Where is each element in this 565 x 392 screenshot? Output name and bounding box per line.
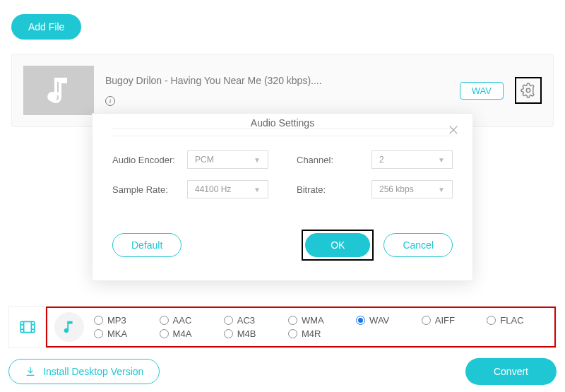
modal-title: Audio Settings: [112, 107, 453, 136]
format-option-mka[interactable]: MKA: [94, 328, 151, 339]
file-title: Bugoy Drilon - Having You Near Me (320 k…: [105, 75, 448, 86]
svg-rect-1: [20, 321, 35, 332]
video-tab[interactable]: [9, 307, 46, 348]
samplerate-label: Sample Rate:: [112, 184, 177, 195]
settings-button[interactable]: [515, 77, 542, 104]
audio-formats-panel: MP3AACAC3WMAWAVAIFFFLACMKAM4AM4BM4R: [46, 307, 556, 348]
gear-icon: [521, 83, 536, 98]
audio-thumbnail: [23, 66, 94, 115]
samplerate-dropdown[interactable]: 44100 Hz▼: [187, 180, 268, 198]
chevron-down-icon: ▼: [438, 156, 445, 164]
ok-highlight: OK: [302, 230, 374, 261]
radio-icon: [224, 329, 233, 338]
modal-close-button[interactable]: [447, 124, 460, 139]
radio-icon: [288, 316, 297, 325]
format-option-wav[interactable]: WAV: [356, 315, 413, 326]
default-button[interactable]: Default: [112, 233, 182, 257]
close-icon: [447, 124, 460, 136]
format-label: AIFF: [435, 315, 455, 326]
format-label: M4B: [237, 328, 256, 339]
radio-icon: [487, 316, 496, 325]
format-option-m4a[interactable]: M4A: [160, 328, 215, 339]
info-icon[interactable]: i: [105, 96, 115, 106]
format-option-flac[interactable]: FLAC: [487, 315, 547, 326]
chevron-down-icon: ▼: [254, 156, 261, 164]
encoder-label: Audio Encoder:: [112, 155, 177, 165]
radio-icon: [94, 316, 103, 325]
add-file-button[interactable]: Add File: [11, 14, 81, 40]
chevron-down-icon: ▼: [254, 186, 261, 194]
format-label: MP3: [107, 315, 126, 326]
format-label: M4R: [302, 328, 321, 339]
radio-icon: [422, 316, 431, 325]
format-option-aiff[interactable]: AIFF: [422, 315, 479, 326]
format-label: WMA: [302, 315, 324, 326]
radio-icon: [94, 329, 103, 338]
channel-dropdown[interactable]: 2▼: [371, 150, 453, 169]
music-note-icon: [42, 73, 76, 107]
cancel-button[interactable]: Cancel: [383, 233, 453, 257]
radio-icon: [356, 316, 365, 325]
format-option-aac[interactable]: AAC: [160, 315, 215, 326]
format-option-m4r[interactable]: M4R: [288, 328, 347, 339]
format-label: FLAC: [500, 315, 523, 326]
output-format-badge[interactable]: WAV: [460, 82, 504, 100]
radio-icon: [160, 316, 169, 325]
audio-settings-modal: Audio Settings Audio Encoder: PCM▼ Chann…: [92, 113, 473, 281]
format-label: WAV: [369, 315, 389, 326]
format-label: MKA: [107, 328, 127, 339]
format-bar: MP3AACAC3WMAWAVAIFFFLACMKAM4AM4BM4R: [8, 306, 557, 348]
svg-point-0: [526, 88, 530, 93]
format-option-m4b[interactable]: M4B: [224, 328, 280, 339]
format-label: AAC: [173, 315, 192, 326]
radio-icon: [160, 329, 169, 338]
download-icon: [25, 366, 36, 377]
film-icon: [18, 318, 37, 336]
audio-tab[interactable]: [54, 312, 84, 342]
encoder-dropdown[interactable]: PCM▼: [187, 150, 268, 169]
format-label: M4A: [173, 328, 192, 339]
format-option-ac3[interactable]: AC3: [224, 315, 280, 326]
install-desktop-button[interactable]: Install Desktop Version: [8, 359, 160, 384]
convert-button[interactable]: Convert: [465, 358, 557, 385]
ok-button[interactable]: OK: [305, 233, 370, 257]
channel-label: Channel:: [297, 155, 362, 165]
chevron-down-icon: ▼: [438, 186, 445, 194]
format-option-wma[interactable]: WMA: [288, 315, 347, 326]
bitrate-label: Bitrate:: [297, 184, 362, 195]
music-note-icon: [61, 319, 77, 335]
radio-icon: [224, 316, 233, 325]
format-label: AC3: [237, 315, 255, 326]
format-option-mp3[interactable]: MP3: [94, 315, 151, 326]
radio-icon: [288, 329, 297, 338]
bitrate-dropdown[interactable]: 256 kbps▼: [371, 180, 453, 198]
